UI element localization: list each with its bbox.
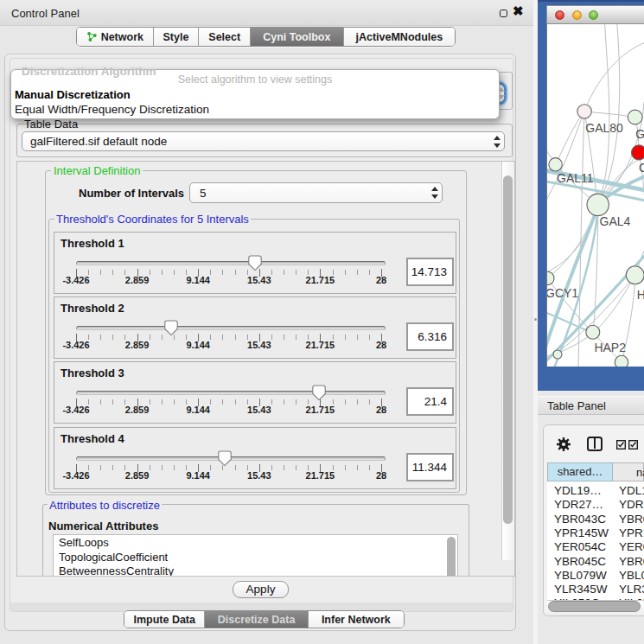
svg-text:GAL80: GAL80 <box>585 121 623 135</box>
svg-text:GCY1: GCY1 <box>547 286 578 300</box>
svg-text:GA: GA <box>635 127 644 141</box>
svg-text:H: H <box>637 288 644 302</box>
svg-text:GAL4: GAL4 <box>600 214 631 228</box>
svg-text:GAL11: GAL11 <box>557 171 594 185</box>
svg-text:C: C <box>639 161 644 175</box>
svg-text:HAP2: HAP2 <box>594 341 626 354</box>
